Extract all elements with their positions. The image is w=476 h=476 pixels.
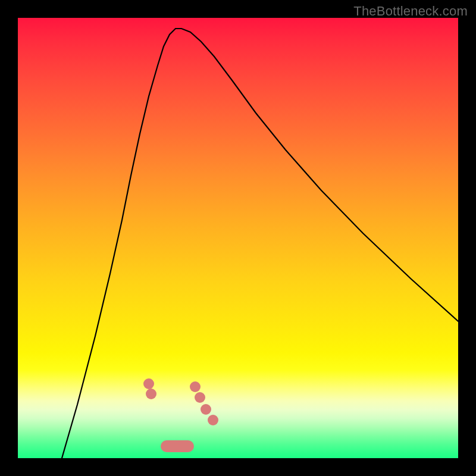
marker-right-1 [190, 381, 201, 392]
marker-right-2 [195, 392, 205, 403]
marker-left-2 [146, 389, 156, 399]
plot-area [18, 18, 458, 458]
chart-frame: TheBottleneck.com [0, 0, 476, 476]
bottleneck-curve [62, 29, 458, 458]
valley-band [161, 440, 194, 452]
marker-right-3 [201, 404, 211, 415]
marker-right-4 [208, 415, 218, 425]
chart-svg [18, 18, 458, 458]
watermark-text: TheBottleneck.com [353, 4, 468, 19]
marker-left-1 [143, 378, 154, 389]
